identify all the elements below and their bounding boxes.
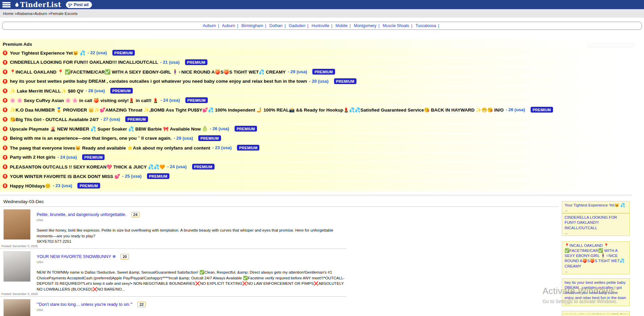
listing-title-link[interactable]: "'Don't stare too long… unless you're re…: [37, 302, 132, 307]
up-arrow-icon: ⬆: [3, 145, 7, 150]
sidebar-premium-list: Your Tightest Experience Yet😺 💦 ... CIND…: [562, 201, 630, 316]
paper-plane-icon: [68, 3, 72, 7]
premium-ad-age-link[interactable]: - 28 (usa): [86, 88, 105, 93]
premium-ad-row: ⬆ ✨ Lake Merritt INCALL✨ $80 QV - 28 (us…: [0, 87, 644, 95]
premium-ad-age-link[interactable]: - 27 (usa): [100, 117, 120, 122]
premium-ad-title[interactable]: ✨K.O Daa NUMBER 🏅 PROVIDER 👑✨💕AMAZING Th…: [10, 107, 504, 113]
premium-ad-age-link[interactable]: - 24 (usa): [161, 98, 180, 103]
premium-badge[interactable]: PREMIUM: [198, 135, 221, 141]
city-link[interactable]: Huntsville: [312, 23, 329, 28]
sidebar-ad-link[interactable]: hey its your best wettes petite baby DRE…: [565, 280, 626, 300]
premium-badge[interactable]: PREMIUM: [185, 59, 207, 65]
city-link[interactable]: Tuscaloosa: [416, 23, 436, 28]
premium-ad-title[interactable]: The pawg that everyone loves😼 Ready and …: [10, 145, 210, 151]
premium-ad-age-link[interactable]: - 24 (usa): [167, 164, 186, 169]
date-heading: Wednesday-03-Dec: [0, 196, 558, 207]
listing-country: USA: [37, 218, 346, 222]
sidebar-ad-link[interactable]: CINDERELLA LOOKING FOR FUN!!! OAKLAND!!!…: [565, 215, 617, 230]
listing-posted-date: Posted: December 3, 2025: [1, 244, 38, 248]
listing-thumbnail[interactable]: [3, 209, 31, 240]
premium-badge[interactable]: PREMIUM: [312, 69, 335, 75]
flame-icon: [14, 1, 19, 8]
city-link[interactable]: Dothan: [269, 23, 282, 28]
premium-ad-row: ⬆ Party with 2 Hot girls - 24 (usa) PREM…: [0, 153, 644, 161]
premium-ad-row: ⬆ PLEASANTON OUTCALLS !! SEXY KOREAN💖 TH…: [0, 163, 644, 171]
city-separator: |: [331, 23, 332, 28]
premium-ad-title[interactable]: 🌸 🌸 Sexy CuRvy Asian 🌸 🌸 in call 🍑 visit…: [10, 98, 159, 103]
city-link[interactable]: Auburn: [203, 23, 216, 28]
breadcrumb[interactable]: Home >Alabama>Auburn >Female Escorts: [0, 9, 644, 18]
sidebar-ad-more[interactable]: ...: [565, 208, 627, 212]
premium-ad-row: ⬆ Happy HOlidays🙂 - 23 (usa) PREMIUM: [0, 182, 644, 190]
premium-ad-row: ⬆ 🌸 🌸 Sexy CuRvy Asian 🌸 🌸 in call 🍑 vis…: [0, 96, 644, 104]
sidebar-ad-link[interactable]: 📍INCALL OAKLAND 📍 ✅FACETIME/CAR✅ WITH A …: [565, 243, 625, 268]
premium-ad-title[interactable]: Your Tightest Experience Yet😺 💦: [10, 50, 86, 56]
premium-ad-title[interactable]: Being with me is an experience—one that …: [10, 135, 171, 141]
premium-ad-age-link[interactable]: - 25 (usa): [122, 174, 142, 179]
listing-title-link[interactable]: Petite, brunette, and dangerously unforg…: [37, 212, 126, 217]
premium-badge[interactable]: PREMIUM: [82, 154, 105, 160]
up-arrow-icon: ⬆: [3, 126, 7, 131]
sidebar-ad-more[interactable]: ...: [565, 269, 627, 273]
city-link[interactable]: Montgomery: [354, 23, 376, 28]
premium-ad-title[interactable]: CINDERELLA LOOKING FOR FUN!!! OAKLAND!!!…: [10, 60, 158, 65]
city-link[interactable]: Auburn: [222, 23, 235, 28]
premium-badge[interactable]: PREMIUM: [235, 126, 257, 132]
age-badge: 22: [137, 302, 146, 307]
premium-badge[interactable]: PREMIUM: [334, 78, 356, 84]
brand-logo[interactable]: TinderList: [14, 1, 61, 9]
city-link[interactable]: Muscle Shoals: [383, 23, 409, 28]
listing-thumbnail[interactable]: [3, 299, 31, 316]
premium-ad-age-link[interactable]: - 22 (usa): [88, 50, 107, 55]
premium-badge[interactable]: PREMIUM: [110, 88, 133, 94]
listing-thumbnail[interactable]: [3, 251, 31, 282]
sidebar-ad-box: CINDERELLA LOOKING FOR FUN!!! OAKLAND!!!…: [562, 213, 630, 236]
premium-ad-title[interactable]: Happy HOlidays🙂: [10, 183, 51, 189]
premium-badge[interactable]: PREMIUM: [77, 183, 100, 189]
premium-ad-age-link[interactable]: - 23 (usa): [53, 183, 72, 188]
premium-ad-row: ⬆ 😘Big Tits Girl - OUTCALL Available 24/…: [0, 115, 644, 123]
menu-icon[interactable]: [2, 1, 11, 8]
premium-ad-age-link[interactable]: - 21 (usa): [160, 60, 180, 65]
premium-ad-title[interactable]: 😘Big Tits Girl - OUTCALL Available 24/7: [10, 117, 98, 122]
premium-ad-age-link[interactable]: - 23 (usa): [212, 145, 232, 150]
listing-title-link[interactable]: YOUR NEW FAVORITE SNOWBUNNY ❄: [37, 254, 116, 259]
city-link[interactable]: Mobile: [335, 23, 347, 28]
scroll-indicator[interactable]: [588, 44, 635, 47]
city-separator: |: [265, 23, 266, 28]
premium-ad-age-link[interactable]: - 20 (usa): [309, 79, 328, 84]
city-separator: |: [237, 23, 238, 28]
premium-ad-age-link[interactable]: - 24 (usa): [57, 155, 77, 160]
premium-ad-title[interactable]: YOUR WINTER FAVORITE IS BACK DONT MISS 💕: [10, 174, 120, 179]
premium-ad-title[interactable]: Party with 2 Hot girls: [10, 155, 55, 160]
premium-badge[interactable]: PREMIUM: [531, 107, 553, 113]
premium-ad-title[interactable]: 📍INCALL OAKLAND 📍 ✅FACETIME/CAR✅ WITH A …: [10, 69, 286, 75]
up-arrow-icon: ⬆: [3, 155, 7, 160]
premium-badge[interactable]: PREMIUM: [147, 173, 169, 179]
premium-badge[interactable]: PREMIUM: [125, 116, 148, 122]
premium-ad-age-link[interactable]: - 29 (usa): [288, 69, 307, 74]
city-link[interactable]: Birmingham: [241, 23, 263, 28]
premium-badge[interactable]: PREMIUM: [192, 164, 215, 170]
up-arrow-icon: ⬆: [3, 60, 7, 65]
premium-ad-title[interactable]: PLEASANTON OUTCALLS !! SEXY KOREAN💖 THIC…: [10, 164, 165, 170]
city-link[interactable]: Gadsden: [289, 23, 306, 28]
premium-badge[interactable]: PREMIUM: [185, 97, 208, 103]
city-nav: Auburn| Auburn| Birmingham| Dothan| Gads…: [2, 22, 642, 30]
sidebar-ad-link[interactable]: Your Tightest Experience Yet😺 💦: [565, 203, 625, 207]
premium-ad-row: ⬆ The pawg that everyone loves😼 Ready an…: [0, 144, 644, 152]
sidebar-ad-more[interactable]: ...: [565, 231, 627, 235]
premium-ad-title[interactable]: ✨ Lake Merritt INCALL✨ $80 QV: [10, 88, 84, 94]
premium-ad-age-link[interactable]: - 29 (usa): [173, 136, 193, 141]
premium-ad-age-link[interactable]: - 26 (usa): [210, 126, 229, 131]
post-ad-button[interactable]: Post ad: [66, 1, 92, 8]
premium-badge[interactable]: PREMIUM: [112, 50, 135, 56]
premium-ad-row: ⬆ Your Tightest Experience Yet😺 💦 - 22 (…: [0, 49, 644, 57]
premium-ad-title[interactable]: hey its your best wettes petite baby DRE…: [10, 79, 307, 84]
premium-ad-age-link[interactable]: - 26 (usa): [506, 107, 525, 112]
premium-badge[interactable]: PREMIUM: [237, 145, 259, 151]
premium-ad-row: ⬆ ✨K.O Daa NUMBER 🏅 PROVIDER 👑✨💕AMAZING …: [0, 106, 644, 114]
sidebar-ad-more[interactable]: ...: [565, 301, 627, 305]
premium-ad-title[interactable]: Upscale Playmate 🌋 NEW NUMBER 💦 Super So…: [10, 126, 208, 132]
city-separator: |: [379, 23, 380, 28]
